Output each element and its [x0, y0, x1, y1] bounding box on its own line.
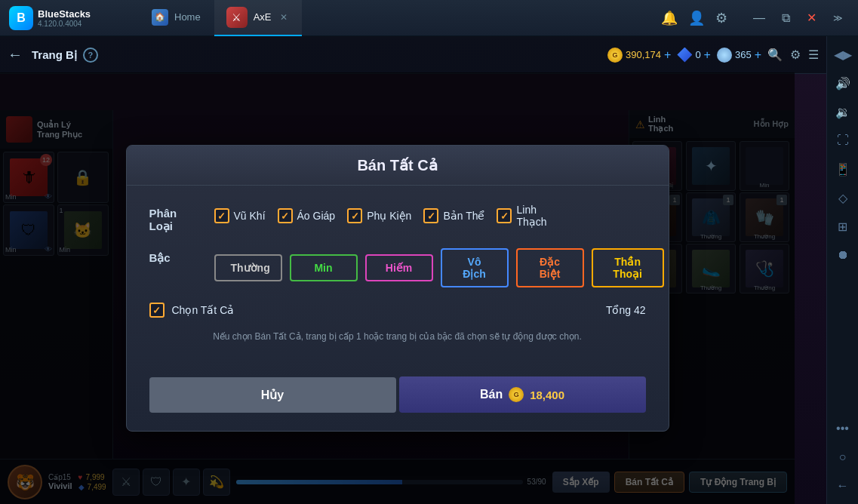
sidebar-phone-icon[interactable]: 📱	[831, 157, 855, 181]
gem-icon	[677, 48, 692, 63]
sidebar-arrows-icon[interactable]: ◀▶	[831, 42, 855, 66]
grade-vodich-button[interactable]: Vô Địch	[441, 248, 509, 287]
ban-the-checkbox[interactable]: ✓	[423, 208, 438, 223]
crystal-amount: 365	[735, 49, 752, 60]
grade-buttons: Thường Min Hiếm Vô Địch Đặc Biệt Thần Th…	[214, 248, 664, 287]
ban-the-label: Bản Thể	[443, 210, 484, 222]
phu-kien-checkbox[interactable]: ✓	[347, 208, 362, 223]
sell-btn-label: Bán	[480, 388, 503, 401]
checkbox-vu-khi[interactable]: ✓ Vũ Khí	[214, 208, 266, 223]
crystal-currency: 365 +	[717, 48, 761, 63]
grade-label: Bậc	[149, 248, 202, 265]
crystal-icon	[717, 48, 732, 63]
game-toolbar: ← Trang Bị ? G 390,174 + 0 + 365 + 🔍 ⚙ ☰	[0, 36, 826, 74]
tab-axe-label: AxE	[254, 11, 272, 23]
gem-amount: 0	[695, 49, 700, 60]
checkbox-linh-thach[interactable]: ✓ LinhThạch	[497, 204, 546, 228]
sidebar-keyboard-icon[interactable]: ⊞	[831, 214, 855, 238]
bluestacks-topbar: B BlueStacks 4.120.0.4004 🏠 Home ⚔ AxE ✕…	[0, 0, 858, 36]
sell-all-modal: Bán Tất Cả PhânLoại ✓ Vũ Khí ✓ Áo Giáp	[126, 145, 669, 432]
sidebar-volume-icon[interactable]: 🔊	[831, 71, 855, 95]
sidebar-volume-down-icon[interactable]: 🔉	[831, 100, 855, 124]
axe-tab-icon: ⚔	[226, 7, 248, 28]
vu-khi-checkbox[interactable]: ✓	[214, 208, 229, 223]
bs-version: 4.120.0.4004	[38, 20, 91, 28]
cancel-button[interactable]: Hủy	[149, 377, 396, 413]
add-gold-button[interactable]: +	[664, 48, 671, 62]
select-all-row: ✓ Chọn Tất Cả Tổng 42	[149, 303, 646, 318]
modal-footer: Hủy Bán G 18,400	[127, 376, 669, 431]
grade-thanthoai-button[interactable]: Thần Thoại	[592, 248, 664, 287]
grade-hiem-button[interactable]: Hiếm	[365, 254, 433, 281]
bs-logo: B BlueStacks 4.120.0.4004	[0, 6, 140, 30]
category-row: PhânLoại ✓ Vũ Khí ✓ Áo Giáp ✓ Phụ Kiện	[149, 204, 646, 233]
page-title: Trang Bị	[32, 48, 77, 62]
home-tab-icon: 🏠	[152, 9, 168, 26]
grade-dacbiet-button[interactable]: Đặc Biệt	[516, 248, 584, 287]
vu-khi-label: Vũ Khí	[234, 210, 266, 222]
gold-currency: G 390,174 +	[607, 48, 671, 63]
topbar-actions: 🔔 👤 ⚙	[650, 10, 738, 26]
select-all-checkbox[interactable]: ✓	[149, 303, 165, 318]
checkbox-phu-kien[interactable]: ✓ Phụ Kiện	[347, 208, 411, 223]
category-checkboxes: ✓ Vũ Khí ✓ Áo Giáp ✓ Phụ Kiện ✓	[214, 204, 646, 228]
notification-icon[interactable]: 🔔	[661, 10, 678, 26]
toolbar-icons: 🔍 ⚙ ☰	[767, 48, 819, 62]
gold-icon: G	[607, 48, 623, 63]
tab-axe[interactable]: ⚔ AxE ✕	[214, 0, 302, 36]
back-button[interactable]: ←	[8, 46, 23, 63]
bs-tabs: 🏠 Home ⚔ AxE ✕	[140, 0, 650, 36]
bs-app-name: BlueStacks	[38, 8, 91, 20]
sell-button[interactable]: Bán G 18,400	[399, 376, 646, 413]
phu-kien-label: Phụ Kiện	[367, 210, 411, 222]
settings-icon[interactable]: ⚙	[715, 10, 727, 26]
expand-icon[interactable]: ≫	[829, 11, 847, 25]
checkbox-ban-the[interactable]: ✓ Bản Thể	[423, 208, 484, 223]
ao-giap-label: Áo Giáp	[297, 210, 336, 222]
linh-thach-label: LinhThạch	[516, 204, 546, 228]
sell-amount: 18,400	[530, 389, 564, 401]
modal-info-text: Nếu chọn Bán Tất Cả, trang bị cấp 1 hoặc…	[149, 330, 646, 343]
settings2-icon[interactable]: ⚙	[790, 48, 801, 62]
tab-home[interactable]: 🏠 Home	[140, 0, 213, 36]
add-gem-button[interactable]: +	[704, 48, 711, 62]
minimize-button[interactable]: —	[749, 10, 770, 26]
sidebar-gamepad-icon[interactable]: ◇	[831, 186, 855, 210]
checkbox-ao-giap[interactable]: ✓ Áo Giáp	[278, 208, 336, 223]
tab-home-label: Home	[174, 11, 201, 23]
sidebar-back-icon[interactable]: ←	[831, 474, 855, 498]
bs-logo-icon: B	[9, 6, 33, 30]
restore-button[interactable]: ⧉	[777, 10, 795, 26]
search-icon[interactable]: 🔍	[767, 48, 783, 62]
modal-body: PhânLoại ✓ Vũ Khí ✓ Áo Giáp ✓ Phụ Kiện	[127, 186, 669, 376]
sidebar-record-icon[interactable]: ⏺	[831, 243, 855, 267]
linh-thach-checkbox[interactable]: ✓	[497, 208, 512, 223]
modal-title: Bán Tất Cả	[357, 157, 437, 174]
gem-currency: 0 +	[677, 48, 711, 63]
ao-giap-checkbox[interactable]: ✓	[278, 208, 293, 223]
tab-close-icon[interactable]: ✕	[278, 11, 290, 23]
modal-header: Bán Tất Cả	[127, 146, 669, 186]
right-sidebar: ◀▶ 🔊 🔉 ⛶ 📱 ◇ ⊞ ⏺ ••• ○ ←	[826, 36, 858, 504]
add-crystal-button[interactable]: +	[755, 48, 761, 62]
grade-min-button[interactable]: Min	[290, 254, 358, 281]
select-all-checkbox-item[interactable]: ✓	[149, 303, 165, 318]
account-icon[interactable]: 👤	[688, 10, 705, 26]
help-button[interactable]: ?	[83, 48, 98, 63]
sell-coin-icon: G	[509, 387, 524, 402]
grade-row: Bậc Thường Min Hiếm Vô Địch Đặc Biệt Thầ…	[149, 248, 646, 287]
grade-thuong-button[interactable]: Thường	[214, 254, 282, 281]
window-controls: — ⧉ ✕ ≫	[738, 9, 858, 26]
menu-icon[interactable]: ☰	[808, 48, 819, 62]
gold-amount: 390,174	[626, 49, 661, 60]
game-area: ← Trang Bị ? G 390,174 + 0 + 365 + 🔍 ⚙ ☰	[0, 36, 826, 504]
close-button[interactable]: ✕	[802, 9, 821, 26]
select-all-label: Chọn Tất Cả	[172, 304, 598, 316]
sidebar-more-icon[interactable]: •••	[831, 416, 855, 441]
tong-count: Tổng 42	[606, 304, 646, 316]
sidebar-home-icon[interactable]: ○	[831, 445, 855, 469]
modal-overlay: Bán Tất Cả PhânLoại ✓ Vũ Khí ✓ Áo Giáp	[0, 72, 795, 504]
category-label: PhânLoại	[149, 204, 202, 233]
sidebar-fullscreen-icon[interactable]: ⛶	[831, 128, 855, 152]
